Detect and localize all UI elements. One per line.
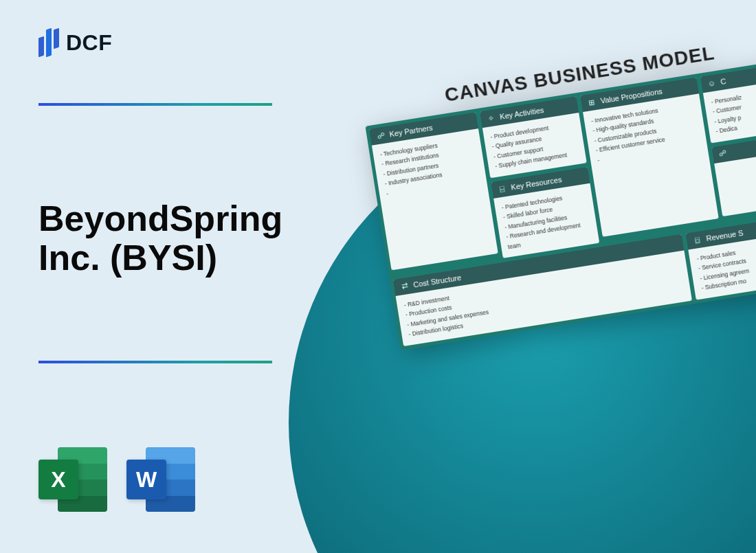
word-icon: W xyxy=(126,447,195,512)
card-body: Technology suppliers Research institutio… xyxy=(372,128,498,270)
resources-icon: ⌸ xyxy=(497,183,508,194)
card-label: C xyxy=(720,77,726,86)
card-value-propositions: ⊞Value Propositions Innovative tech solu… xyxy=(580,78,718,237)
card-key-activities: ✧Key Activities Product development Qual… xyxy=(480,96,587,178)
activities-icon: ✧ xyxy=(485,113,496,124)
excel-badge: X xyxy=(38,460,78,499)
card-body: Innovative tech solutions High-quality s… xyxy=(583,93,718,236)
card-customer-relationships: ☺C Personaliz Customer Loyalty p Dedica xyxy=(700,61,756,143)
logo: DCF xyxy=(38,29,112,56)
divider-top xyxy=(38,103,272,106)
page-title: BeyondSpring Inc. (BYSI) xyxy=(38,199,327,278)
word-badge: W xyxy=(126,460,166,499)
value-icon: ⊞ xyxy=(586,97,597,108)
card-extra: ☍ xyxy=(711,132,756,216)
logo-icon xyxy=(38,29,59,56)
cost-icon: ⇄ xyxy=(399,281,410,292)
file-icons: X W xyxy=(38,447,195,512)
card-label: Revenue S xyxy=(706,229,744,242)
canvas-model: CANVAS BUSINESS MODEL ☍Key Partners Tech… xyxy=(361,29,756,350)
partners-icon: ☍ xyxy=(375,130,386,141)
extra-icon: ☍ xyxy=(718,148,729,159)
revenue-icon: ⌼ xyxy=(692,234,703,245)
card-key-resources: ⌸Key Resources Patented technologies Ski… xyxy=(491,167,599,258)
divider-bottom xyxy=(38,361,272,363)
logo-text: DCF xyxy=(66,30,112,56)
card-key-partners: ☍Key Partners Technology suppliers Resea… xyxy=(369,112,498,270)
customer-icon: ☺ xyxy=(707,78,718,89)
excel-icon: X xyxy=(38,447,107,512)
